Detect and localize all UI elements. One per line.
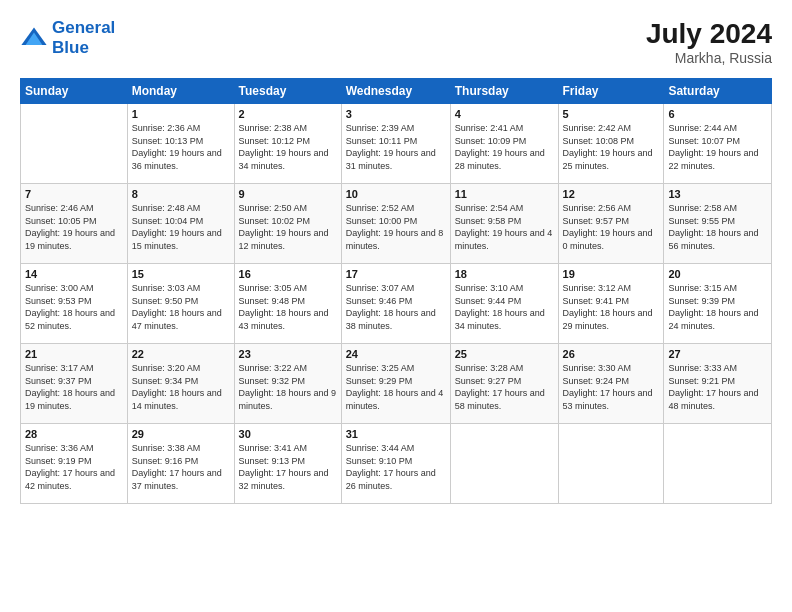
day-number: 9: [239, 188, 337, 200]
day-number: 8: [132, 188, 230, 200]
day-cell: 9Sunrise: 2:50 AMSunset: 10:02 PMDayligh…: [234, 184, 341, 264]
day-info: Sunrise: 2:36 AMSunset: 10:13 PMDaylight…: [132, 122, 230, 172]
day-number: 27: [668, 348, 767, 360]
day-cell: 3Sunrise: 2:39 AMSunset: 10:11 PMDayligh…: [341, 104, 450, 184]
day-info: Sunrise: 3:28 AMSunset: 9:27 PMDaylight:…: [455, 362, 554, 412]
col-header-sunday: Sunday: [21, 79, 128, 104]
col-header-friday: Friday: [558, 79, 664, 104]
day-number: 29: [132, 428, 230, 440]
day-cell: 27Sunrise: 3:33 AMSunset: 9:21 PMDayligh…: [664, 344, 772, 424]
day-number: 3: [346, 108, 446, 120]
calendar-table: SundayMondayTuesdayWednesdayThursdayFrid…: [20, 78, 772, 504]
day-cell: [558, 424, 664, 504]
day-number: 15: [132, 268, 230, 280]
day-info: Sunrise: 3:25 AMSunset: 9:29 PMDaylight:…: [346, 362, 446, 412]
day-number: 1: [132, 108, 230, 120]
day-cell: 5Sunrise: 2:42 AMSunset: 10:08 PMDayligh…: [558, 104, 664, 184]
day-cell: 4Sunrise: 2:41 AMSunset: 10:09 PMDayligh…: [450, 104, 558, 184]
day-cell: 18Sunrise: 3:10 AMSunset: 9:44 PMDayligh…: [450, 264, 558, 344]
day-number: 22: [132, 348, 230, 360]
day-cell: 30Sunrise: 3:41 AMSunset: 9:13 PMDayligh…: [234, 424, 341, 504]
day-info: Sunrise: 2:54 AMSunset: 9:58 PMDaylight:…: [455, 202, 554, 252]
day-info: Sunrise: 3:44 AMSunset: 9:10 PMDaylight:…: [346, 442, 446, 492]
day-cell: 24Sunrise: 3:25 AMSunset: 9:29 PMDayligh…: [341, 344, 450, 424]
week-row-4: 21Sunrise: 3:17 AMSunset: 9:37 PMDayligh…: [21, 344, 772, 424]
day-number: 21: [25, 348, 123, 360]
col-header-monday: Monday: [127, 79, 234, 104]
day-number: 17: [346, 268, 446, 280]
day-info: Sunrise: 3:20 AMSunset: 9:34 PMDaylight:…: [132, 362, 230, 412]
day-cell: 2Sunrise: 2:38 AMSunset: 10:12 PMDayligh…: [234, 104, 341, 184]
day-info: Sunrise: 2:58 AMSunset: 9:55 PMDaylight:…: [668, 202, 767, 252]
day-info: Sunrise: 3:15 AMSunset: 9:39 PMDaylight:…: [668, 282, 767, 332]
day-number: 30: [239, 428, 337, 440]
day-cell: 14Sunrise: 3:00 AMSunset: 9:53 PMDayligh…: [21, 264, 128, 344]
day-info: Sunrise: 2:56 AMSunset: 9:57 PMDaylight:…: [563, 202, 660, 252]
day-info: Sunrise: 2:39 AMSunset: 10:11 PMDaylight…: [346, 122, 446, 172]
day-cell: 19Sunrise: 3:12 AMSunset: 9:41 PMDayligh…: [558, 264, 664, 344]
day-number: 6: [668, 108, 767, 120]
day-cell: 22Sunrise: 3:20 AMSunset: 9:34 PMDayligh…: [127, 344, 234, 424]
day-cell: 6Sunrise: 2:44 AMSunset: 10:07 PMDayligh…: [664, 104, 772, 184]
day-number: 12: [563, 188, 660, 200]
col-header-saturday: Saturday: [664, 79, 772, 104]
logo: General Blue: [20, 18, 115, 57]
day-info: Sunrise: 3:12 AMSunset: 9:41 PMDaylight:…: [563, 282, 660, 332]
day-number: 23: [239, 348, 337, 360]
day-number: 24: [346, 348, 446, 360]
logo-icon: [20, 24, 48, 52]
day-number: 18: [455, 268, 554, 280]
day-number: 7: [25, 188, 123, 200]
day-info: Sunrise: 3:03 AMSunset: 9:50 PMDaylight:…: [132, 282, 230, 332]
day-info: Sunrise: 2:41 AMSunset: 10:09 PMDaylight…: [455, 122, 554, 172]
col-header-thursday: Thursday: [450, 79, 558, 104]
day-cell: 11Sunrise: 2:54 AMSunset: 9:58 PMDayligh…: [450, 184, 558, 264]
day-cell: 21Sunrise: 3:17 AMSunset: 9:37 PMDayligh…: [21, 344, 128, 424]
day-info: Sunrise: 3:36 AMSunset: 9:19 PMDaylight:…: [25, 442, 123, 492]
week-row-1: 1Sunrise: 2:36 AMSunset: 10:13 PMDayligh…: [21, 104, 772, 184]
day-cell: 20Sunrise: 3:15 AMSunset: 9:39 PMDayligh…: [664, 264, 772, 344]
day-info: Sunrise: 3:05 AMSunset: 9:48 PMDaylight:…: [239, 282, 337, 332]
day-cell: 16Sunrise: 3:05 AMSunset: 9:48 PMDayligh…: [234, 264, 341, 344]
day-cell: 17Sunrise: 3:07 AMSunset: 9:46 PMDayligh…: [341, 264, 450, 344]
page: General Blue July 2024 Markha, Russia Su…: [0, 0, 792, 516]
day-info: Sunrise: 2:50 AMSunset: 10:02 PMDaylight…: [239, 202, 337, 252]
header-row: SundayMondayTuesdayWednesdayThursdayFrid…: [21, 79, 772, 104]
day-info: Sunrise: 2:42 AMSunset: 10:08 PMDaylight…: [563, 122, 660, 172]
day-number: 14: [25, 268, 123, 280]
day-info: Sunrise: 3:38 AMSunset: 9:16 PMDaylight:…: [132, 442, 230, 492]
logo-text: General Blue: [52, 18, 115, 57]
day-info: Sunrise: 2:46 AMSunset: 10:05 PMDaylight…: [25, 202, 123, 252]
day-number: 5: [563, 108, 660, 120]
day-info: Sunrise: 3:10 AMSunset: 9:44 PMDaylight:…: [455, 282, 554, 332]
day-cell: 23Sunrise: 3:22 AMSunset: 9:32 PMDayligh…: [234, 344, 341, 424]
day-info: Sunrise: 3:22 AMSunset: 9:32 PMDaylight:…: [239, 362, 337, 412]
day-cell: [664, 424, 772, 504]
header: General Blue July 2024 Markha, Russia: [20, 18, 772, 66]
day-number: 4: [455, 108, 554, 120]
day-info: Sunrise: 2:44 AMSunset: 10:07 PMDaylight…: [668, 122, 767, 172]
day-cell: 28Sunrise: 3:36 AMSunset: 9:19 PMDayligh…: [21, 424, 128, 504]
day-cell: [450, 424, 558, 504]
day-cell: 8Sunrise: 2:48 AMSunset: 10:04 PMDayligh…: [127, 184, 234, 264]
day-info: Sunrise: 3:33 AMSunset: 9:21 PMDaylight:…: [668, 362, 767, 412]
week-row-5: 28Sunrise: 3:36 AMSunset: 9:19 PMDayligh…: [21, 424, 772, 504]
day-number: 28: [25, 428, 123, 440]
day-cell: [21, 104, 128, 184]
col-header-tuesday: Tuesday: [234, 79, 341, 104]
day-info: Sunrise: 2:52 AMSunset: 10:00 PMDaylight…: [346, 202, 446, 252]
day-cell: 25Sunrise: 3:28 AMSunset: 9:27 PMDayligh…: [450, 344, 558, 424]
day-number: 19: [563, 268, 660, 280]
day-info: Sunrise: 2:38 AMSunset: 10:12 PMDaylight…: [239, 122, 337, 172]
week-row-2: 7Sunrise: 2:46 AMSunset: 10:05 PMDayligh…: [21, 184, 772, 264]
day-cell: 15Sunrise: 3:03 AMSunset: 9:50 PMDayligh…: [127, 264, 234, 344]
title-block: July 2024 Markha, Russia: [646, 18, 772, 66]
day-cell: 1Sunrise: 2:36 AMSunset: 10:13 PMDayligh…: [127, 104, 234, 184]
day-number: 16: [239, 268, 337, 280]
day-info: Sunrise: 2:48 AMSunset: 10:04 PMDaylight…: [132, 202, 230, 252]
day-cell: 10Sunrise: 2:52 AMSunset: 10:00 PMDaylig…: [341, 184, 450, 264]
day-info: Sunrise: 3:41 AMSunset: 9:13 PMDaylight:…: [239, 442, 337, 492]
day-cell: 29Sunrise: 3:38 AMSunset: 9:16 PMDayligh…: [127, 424, 234, 504]
day-cell: 31Sunrise: 3:44 AMSunset: 9:10 PMDayligh…: [341, 424, 450, 504]
day-number: 26: [563, 348, 660, 360]
